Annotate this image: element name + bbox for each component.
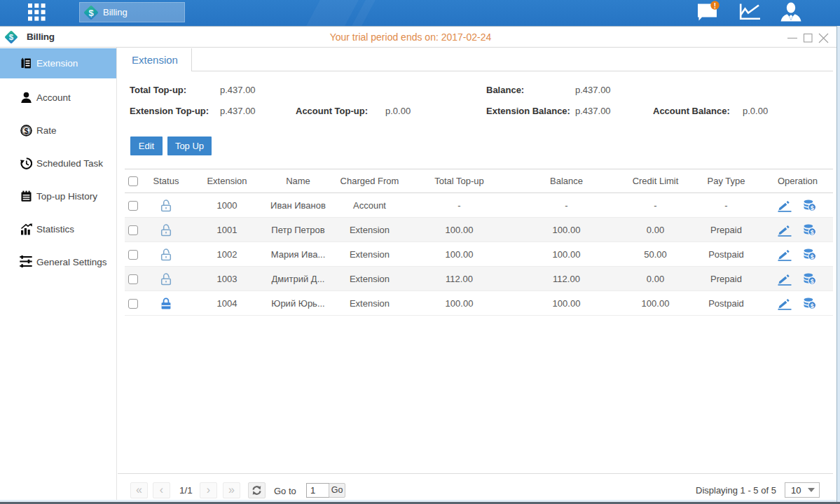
svg-text:$: $ [810,253,813,260]
svg-text:$: $ [810,302,813,309]
svg-text:$: $ [810,204,813,211]
svg-text:$: $ [24,127,28,135]
svg-text:!: ! [714,2,716,10]
svg-text:$: $ [88,8,94,18]
svg-text:$: $ [810,229,813,236]
svg-text:$: $ [810,278,813,285]
